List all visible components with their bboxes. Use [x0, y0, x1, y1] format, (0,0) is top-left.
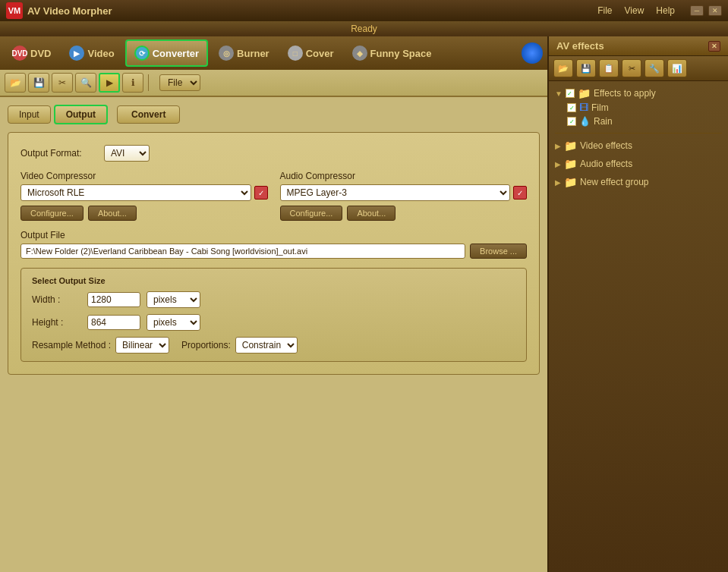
resample-select[interactable]: Bilinear Bicubic [115, 337, 169, 354]
output-file-input[interactable] [20, 244, 465, 259]
app-title: AV Video Morpher [27, 5, 597, 17]
video-config-row: Configure... About... [20, 206, 268, 221]
toolbar-save-btn[interactable]: 💾 [28, 73, 49, 93]
expand-video-icon: ▶ [555, 142, 561, 150]
effects-cut-btn[interactable]: ✂ [622, 59, 641, 77]
nav-item-dvd[interactable]: DVD DVD [5, 39, 58, 67]
size-section: Select Output Size Width : pixels percen… [20, 268, 527, 362]
convert-button[interactable]: Convert [117, 105, 180, 124]
tree-video-effects[interactable]: ▶ 📁 Video effects [552, 138, 725, 153]
left-panel: DVD DVD ▶ Video ⟳ Converter ◎ Burner □ C… [0, 36, 547, 572]
video-compressor-label: Video Compressor [20, 171, 268, 181]
tree-rain[interactable]: ✓ 💧 Rain [564, 115, 725, 128]
width-units-select[interactable]: pixels percent [147, 291, 200, 308]
video-compressor-select[interactable]: Microsoft RLE H.264 [20, 184, 251, 201]
nav-label-dvd: DVD [30, 48, 51, 59]
effects-checkbox[interactable]: ✓ [566, 89, 575, 98]
nav-label-burner: Burner [237, 48, 269, 59]
file-dropdown: File [159, 74, 200, 91]
nav-item-video[interactable]: ▶ Video [61, 39, 121, 67]
audio-compressor-label: Audio Compressor [280, 171, 528, 181]
film-checkbox[interactable]: ✓ [567, 103, 576, 112]
effects-chart-btn[interactable]: 📊 [667, 59, 687, 77]
effects-toolbar: 📂 💾 📋 ✂ 🔧 📊 [549, 56, 728, 81]
av-effects-close-btn[interactable]: ✕ [708, 41, 720, 52]
film-effect-icon: 🎞 [579, 102, 588, 113]
video-configure-btn[interactable]: Configure... [20, 206, 84, 221]
rain-label: Rain [594, 116, 613, 127]
audio-compressor-row: MPEG Layer-3 PCM ✓ [280, 184, 528, 201]
audio-configure-btn[interactable]: Configure... [280, 206, 343, 221]
effects-to-apply-label: Effects to apply [594, 88, 656, 99]
toolbar-separator [148, 74, 149, 91]
nav-bar: DVD DVD ▶ Video ⟳ Converter ◎ Burner □ C… [0, 36, 547, 70]
cover-icon: □ [288, 46, 303, 61]
format-select[interactable]: AVI MP4 WMV [104, 145, 150, 162]
height-input[interactable] [87, 315, 140, 330]
globe-button[interactable] [522, 42, 543, 64]
rain-checkbox[interactable]: ✓ [567, 117, 576, 126]
menu-file[interactable]: File [597, 5, 612, 16]
audio-about-btn[interactable]: About... [347, 206, 396, 221]
video-compressor-check[interactable]: ✓ [254, 186, 268, 200]
output-file-label: Output File [20, 230, 527, 240]
height-units-select[interactable]: pixels percent [147, 314, 200, 331]
film-label: Film [591, 102, 609, 113]
tab-input[interactable]: Input [8, 105, 51, 124]
close-button[interactable]: ✕ [708, 5, 722, 16]
minimize-button[interactable]: ─ [690, 5, 704, 16]
format-label: Output Format: [20, 148, 104, 159]
expand-icon-effects: ▼ [555, 90, 563, 98]
tree-effects-to-apply[interactable]: ▼ ✓ 📁 Effects to apply [552, 86, 725, 101]
menu-help[interactable]: Help [656, 5, 675, 16]
tab-output[interactable]: Output [54, 105, 108, 124]
resample-group: Resample Method : Bilinear Bicubic [32, 337, 169, 354]
format-row: Output Format: AVI MP4 WMV [20, 145, 527, 162]
toolbar-search-btn[interactable]: 🔍 [75, 73, 96, 93]
toolbar-cut-btn[interactable]: ✂ [52, 73, 73, 93]
burner-icon: ◎ [219, 46, 234, 61]
output-file-row: Browse ... [20, 244, 527, 259]
output-panel: Output Format: AVI MP4 WMV Video Compres… [8, 132, 540, 375]
browse-button[interactable]: Browse ... [470, 244, 527, 259]
toolbar-info-btn[interactable]: ℹ [122, 73, 143, 93]
nav-item-burner[interactable]: ◎ Burner [211, 39, 277, 67]
audio-config-row: Configure... About... [280, 206, 528, 221]
tree-new-effect-group[interactable]: ▶ 📁 New effect group [552, 174, 725, 190]
menu-view[interactable]: View [625, 5, 644, 16]
audio-compressor-select[interactable]: MPEG Layer-3 PCM [280, 184, 511, 201]
resample-label: Resample Method : [32, 340, 111, 350]
title-bar: VM AV Video Morpher File View Help ─ ✕ [0, 0, 728, 21]
toolbar-play-btn[interactable]: ▶ [99, 73, 120, 93]
tree-audio-effects[interactable]: ▶ 📁 Audio effects [552, 156, 725, 171]
nav-item-funny[interactable]: ◆ Funny Space [345, 39, 440, 67]
size-legend: Select Output Size [32, 276, 515, 285]
nav-item-converter[interactable]: ⟳ Converter [125, 39, 208, 67]
av-effects-title-text: AV effects [556, 40, 604, 52]
tree-film[interactable]: ✓ 🎞 Film [564, 101, 725, 115]
expand-audio-icon: ▶ [555, 160, 561, 168]
effects-save-btn[interactable]: 💾 [576, 59, 596, 77]
video-about-btn[interactable]: About... [88, 206, 137, 221]
file-select[interactable]: File [159, 74, 200, 91]
effects-open-btn[interactable]: 📂 [553, 59, 573, 77]
video-effects-folder-icon: 📁 [564, 140, 577, 152]
proportions-select[interactable]: Constrain Free [235, 337, 298, 354]
toolbar: 📂 💾 ✂ 🔍 ▶ ℹ File [0, 70, 547, 97]
status-bar: Ready [0, 21, 728, 36]
compressor-section: Video Compressor Microsoft RLE H.264 ✓ C… [20, 171, 527, 221]
status-text: Ready [351, 24, 377, 34]
height-row: Height : pixels percent [32, 314, 515, 331]
funny-icon: ◆ [352, 46, 367, 61]
effects-copy-btn[interactable]: 📋 [599, 59, 619, 77]
effects-config-btn[interactable]: 🔧 [644, 59, 664, 77]
width-input[interactable] [87, 292, 140, 307]
nav-item-cover[interactable]: □ Cover [280, 39, 342, 67]
audio-compressor-check[interactable]: ✓ [513, 186, 527, 200]
rain-effect-icon: 💧 [579, 116, 591, 127]
tree-separator [555, 133, 722, 134]
tabs-bar: Input Output Convert [8, 105, 540, 124]
folder-icon-effects: 📁 [578, 87, 591, 99]
toolbar-open-btn[interactable]: 📂 [5, 73, 26, 93]
audio-effects-label: Audio effects [580, 159, 632, 169]
